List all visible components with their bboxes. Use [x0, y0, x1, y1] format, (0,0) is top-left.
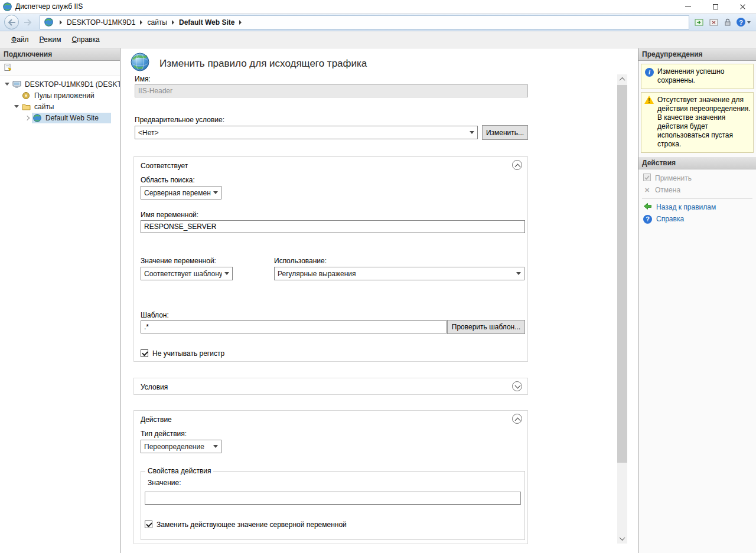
chevron-down-icon [224, 272, 229, 275]
chevron-down-icon [470, 131, 474, 134]
variable-value-dropdown[interactable]: Соответствует шаблону [141, 267, 233, 280]
scope-label: Область поиска: [141, 176, 195, 184]
pattern-input[interactable] [141, 320, 447, 333]
tree-item-label: Default Web Site [44, 113, 100, 123]
actions-list: Применить ✕ Отмена Назад к правилам ? Сп… [638, 169, 756, 225]
apply-action: Применить [638, 172, 756, 184]
breadcrumb-item-default-web-site[interactable]: Default Web Site [179, 18, 234, 27]
info-icon: i [645, 68, 654, 77]
scroll-up-button[interactable] [617, 74, 627, 84]
conditions-section-title: Условия [141, 383, 168, 391]
test-pattern-button[interactable]: Проверить шаблон... [447, 320, 525, 334]
action-section-title: Действие [141, 415, 172, 424]
connections-tree: DESKTOP-U1MK9D1 (DESKTOP Пулы приложений… [0, 76, 120, 123]
help-button[interactable]: ? [737, 18, 751, 27]
window-title: Диспетчер служб IIS [15, 2, 83, 11]
breadcrumb-separator-icon [172, 20, 174, 25]
tree-item-sites[interactable]: сайты [0, 101, 120, 112]
tree-item-default-web-site[interactable]: Default Web Site [0, 112, 120, 123]
menu-file[interactable]: Файл [6, 34, 34, 45]
action-properties-title: Свойства действия [145, 467, 213, 475]
action-value-input[interactable] [145, 492, 521, 505]
replace-value-checkbox[interactable] [145, 521, 152, 528]
back-button[interactable] [4, 15, 19, 30]
stop-icon [709, 18, 719, 27]
lock-icon [724, 18, 731, 27]
close-icon [739, 4, 746, 10]
collapse-section-button[interactable] [512, 160, 522, 170]
conditions-section: Условия [133, 378, 528, 395]
connections-panel: Подключения DESKTOP-U1MK9D1 (DESKTOP Пул… [0, 48, 120, 553]
info-alert: i Изменения успешно сохранены. [641, 64, 754, 89]
application-pools-icon [21, 91, 31, 100]
warning-exclamation: ! [644, 96, 654, 105]
tree-item-server[interactable]: DESKTOP-U1MK9D1 (DESKTOP [0, 78, 120, 90]
rule-editor: Изменить правило для исходящего трафика … [120, 48, 638, 553]
expand-section-button[interactable] [512, 381, 522, 391]
tree-item-label: сайты [32, 102, 56, 112]
window-controls [674, 0, 756, 13]
lock-button[interactable] [724, 18, 731, 27]
scroll-down-button[interactable] [617, 534, 627, 544]
scope-dropdown[interactable]: Серверная переменн [141, 186, 221, 199]
ignore-case-checkbox[interactable] [141, 349, 148, 357]
action-type-dropdown[interactable]: Переопределение [141, 440, 221, 453]
vertical-scrollbar[interactable] [617, 74, 627, 544]
chevron-down-icon [213, 445, 218, 448]
chevron-down-icon [213, 191, 218, 194]
replace-value-label: Заменить действующее значение серверной … [157, 521, 347, 529]
variable-name-input[interactable] [141, 220, 525, 233]
feature-globe-icon [131, 53, 149, 73]
actions-header: Действия [638, 157, 756, 169]
forward-arrow-icon [24, 19, 32, 26]
breadcrumb: DESKTOP-U1MK9D1 сайты Default Web Site [40, 15, 689, 30]
folder-icon [21, 102, 31, 112]
page-title: Изменить правило для исходящего трафика [159, 58, 367, 70]
help-action[interactable]: ? Справка [638, 213, 756, 225]
maximize-icon [713, 4, 718, 9]
chevron-down-icon [620, 535, 625, 541]
variable-name-label: Имя переменной: [141, 211, 198, 219]
name-label: Имя: [135, 75, 151, 83]
new-connection-icon[interactable] [4, 63, 12, 73]
tree-item-app-pools[interactable]: Пулы приложений [0, 90, 120, 101]
breadcrumb-item-server[interactable]: DESKTOP-U1MK9D1 [67, 18, 135, 27]
minimize-button[interactable] [674, 0, 702, 13]
maximize-button[interactable] [702, 0, 729, 13]
breadcrumb-item-sites[interactable]: сайты [147, 18, 167, 27]
pattern-label: Шаблон: [141, 311, 169, 319]
breadcrumb-separator-icon [140, 20, 142, 25]
forward-button[interactable] [21, 15, 34, 29]
scrollbar-thumb[interactable] [617, 85, 627, 463]
chevron-down-icon [747, 21, 751, 24]
breadcrumb-separator-icon [239, 20, 242, 25]
tree-item-label: DESKTOP-U1MK9D1 (DESKTOP [23, 80, 120, 89]
edit-precondition-button[interactable]: Изменить... [482, 125, 528, 140]
server-icon [12, 80, 21, 89]
match-section: Соответствует Область поиска: Серверная … [133, 156, 528, 362]
actions-separator [642, 198, 752, 199]
refresh-button[interactable] [695, 18, 704, 27]
address-bar-icons: ? [695, 18, 751, 27]
precondition-dropdown[interactable]: <Нет> [135, 126, 478, 139]
back-to-rules-action[interactable]: Назад к правилам [638, 201, 756, 213]
titlebar: Диспетчер служб IIS [0, 0, 756, 13]
collapse-section-button[interactable] [512, 414, 522, 424]
help-icon: ? [643, 215, 652, 224]
chevron-up-icon [620, 77, 625, 83]
usage-dropdown[interactable]: Регулярные выражения [274, 267, 524, 280]
variable-value-label: Значение переменной: [141, 257, 216, 265]
menu-view[interactable]: Режим [34, 34, 67, 45]
refresh-icon [695, 18, 704, 27]
menu-help[interactable]: Справка [67, 34, 105, 45]
chevron-down-icon [516, 272, 521, 275]
close-button[interactable] [729, 0, 756, 13]
globe-icon [44, 18, 53, 27]
action-type-label: Тип действия: [141, 430, 187, 438]
back-arrow-icon [8, 19, 16, 26]
match-section-title: Соответствует [141, 162, 188, 170]
stop-button[interactable] [709, 18, 719, 27]
tree-item-label: Пулы приложений [32, 91, 96, 100]
name-input[interactable] [135, 84, 528, 97]
expander-open-icon [5, 83, 9, 86]
